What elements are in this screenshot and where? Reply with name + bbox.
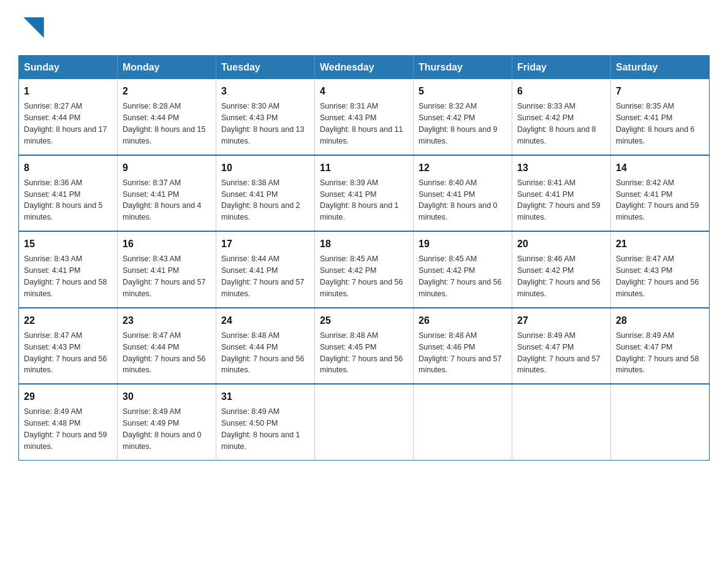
day-number: 24 — [221, 313, 309, 327]
day-info: Sunrise: 8:31 AMSunset: 4:43 PMDaylight:… — [320, 102, 403, 145]
day-info: Sunrise: 8:42 AMSunset: 4:41 PMDaylight:… — [616, 178, 699, 222]
day-info: Sunrise: 8:48 AMSunset: 4:46 PMDaylight:… — [419, 331, 502, 375]
calendar-cell: 23 Sunrise: 8:47 AMSunset: 4:44 PMDaylig… — [118, 308, 216, 385]
day-number: 5 — [419, 84, 507, 98]
day-number: 18 — [320, 237, 408, 251]
day-number: 1 — [24, 84, 112, 98]
week-row-4: 22 Sunrise: 8:47 AMSunset: 4:43 PMDaylig… — [19, 308, 710, 385]
logo — [18, 12, 53, 43]
day-info: Sunrise: 8:44 AMSunset: 4:41 PMDaylight:… — [221, 255, 305, 298]
calendar-cell: 17 Sunrise: 8:44 AMSunset: 4:41 PMDaylig… — [216, 231, 315, 308]
calendar-cell: 24 Sunrise: 8:48 AMSunset: 4:44 PMDaylig… — [216, 308, 315, 385]
day-info: Sunrise: 8:33 AMSunset: 4:42 PMDaylight:… — [517, 102, 596, 145]
day-number: 22 — [24, 313, 112, 327]
day-number: 10 — [221, 161, 309, 175]
calendar-cell: 14 Sunrise: 8:42 AMSunset: 4:41 PMDaylig… — [611, 155, 710, 232]
weekday-header-row: SundayMondayTuesdayWednesdayThursdayFrid… — [19, 56, 710, 80]
week-row-5: 29 Sunrise: 8:49 AMSunset: 4:48 PMDaylig… — [19, 384, 710, 460]
day-number: 27 — [517, 313, 605, 327]
calendar-cell: 10 Sunrise: 8:38 AMSunset: 4:41 PMDaylig… — [216, 155, 315, 232]
calendar-cell: 8 Sunrise: 8:36 AMSunset: 4:41 PMDayligh… — [19, 155, 118, 232]
day-number: 29 — [24, 389, 112, 404]
day-number: 26 — [419, 313, 507, 327]
calendar-cell: 13 Sunrise: 8:41 AMSunset: 4:41 PMDaylig… — [512, 155, 611, 232]
page-header — [18, 12, 710, 43]
day-info: Sunrise: 8:38 AMSunset: 4:41 PMDaylight:… — [221, 178, 300, 222]
day-info: Sunrise: 8:48 AMSunset: 4:45 PMDaylight:… — [320, 331, 403, 375]
day-info: Sunrise: 8:49 AMSunset: 4:48 PMDaylight:… — [24, 407, 107, 451]
calendar-cell — [611, 384, 710, 460]
calendar-cell: 9 Sunrise: 8:37 AMSunset: 4:41 PMDayligh… — [118, 155, 216, 232]
day-info: Sunrise: 8:49 AMSunset: 4:49 PMDaylight:… — [123, 407, 202, 451]
calendar-cell: 21 Sunrise: 8:47 AMSunset: 4:43 PMDaylig… — [611, 231, 710, 308]
weekday-header-monday: Monday — [118, 56, 216, 80]
calendar-cell: 11 Sunrise: 8:39 AMSunset: 4:41 PMDaylig… — [315, 155, 414, 232]
calendar-cell: 12 Sunrise: 8:40 AMSunset: 4:41 PMDaylig… — [414, 155, 512, 232]
day-number: 31 — [221, 389, 309, 404]
day-info: Sunrise: 8:37 AMSunset: 4:41 PMDaylight:… — [123, 178, 202, 222]
weekday-header-saturday: Saturday — [611, 56, 710, 80]
day-info: Sunrise: 8:27 AMSunset: 4:44 PMDaylight:… — [24, 102, 107, 145]
calendar-cell: 31 Sunrise: 8:49 AMSunset: 4:50 PMDaylig… — [216, 384, 315, 460]
day-info: Sunrise: 8:35 AMSunset: 4:41 PMDaylight:… — [616, 102, 695, 145]
calendar-cell — [414, 384, 512, 460]
calendar-cell: 27 Sunrise: 8:49 AMSunset: 4:47 PMDaylig… — [512, 308, 611, 385]
day-info: Sunrise: 8:43 AMSunset: 4:41 PMDaylight:… — [123, 255, 206, 298]
calendar-cell: 26 Sunrise: 8:48 AMSunset: 4:46 PMDaylig… — [414, 308, 512, 385]
day-number: 7 — [616, 84, 704, 98]
day-info: Sunrise: 8:40 AMSunset: 4:41 PMDaylight:… — [419, 178, 498, 222]
calendar-cell: 4 Sunrise: 8:31 AMSunset: 4:43 PMDayligh… — [315, 79, 414, 155]
day-info: Sunrise: 8:36 AMSunset: 4:41 PMDaylight:… — [24, 178, 103, 222]
day-number: 16 — [123, 237, 211, 251]
calendar-cell — [512, 384, 611, 460]
calendar-cell: 25 Sunrise: 8:48 AMSunset: 4:45 PMDaylig… — [315, 308, 414, 385]
day-info: Sunrise: 8:30 AMSunset: 4:43 PMDaylight:… — [221, 102, 305, 145]
day-info: Sunrise: 8:43 AMSunset: 4:41 PMDaylight:… — [24, 255, 107, 298]
day-number: 4 — [320, 84, 408, 98]
day-number: 8 — [24, 161, 112, 175]
weekday-header-wednesday: Wednesday — [315, 56, 414, 80]
day-info: Sunrise: 8:49 AMSunset: 4:47 PMDaylight:… — [517, 331, 601, 375]
calendar-cell: 2 Sunrise: 8:28 AMSunset: 4:44 PMDayligh… — [118, 79, 216, 155]
day-info: Sunrise: 8:28 AMSunset: 4:44 PMDaylight:… — [123, 102, 206, 145]
day-number: 28 — [616, 313, 704, 327]
day-number: 12 — [419, 161, 507, 175]
calendar-cell: 5 Sunrise: 8:32 AMSunset: 4:42 PMDayligh… — [414, 79, 512, 155]
week-row-3: 15 Sunrise: 8:43 AMSunset: 4:41 PMDaylig… — [19, 231, 710, 308]
day-info: Sunrise: 8:47 AMSunset: 4:43 PMDaylight:… — [24, 331, 107, 375]
day-info: Sunrise: 8:45 AMSunset: 4:42 PMDaylight:… — [320, 255, 403, 298]
day-info: Sunrise: 8:41 AMSunset: 4:41 PMDaylight:… — [517, 178, 601, 222]
day-info: Sunrise: 8:47 AMSunset: 4:43 PMDaylight:… — [616, 255, 699, 298]
calendar-table: SundayMondayTuesdayWednesdayThursdayFrid… — [18, 55, 710, 461]
day-info: Sunrise: 8:46 AMSunset: 4:42 PMDaylight:… — [517, 255, 601, 298]
day-info: Sunrise: 8:32 AMSunset: 4:42 PMDaylight:… — [419, 102, 498, 145]
day-number: 21 — [616, 237, 704, 251]
calendar-cell — [315, 384, 414, 460]
day-number: 9 — [123, 161, 211, 175]
calendar-cell: 20 Sunrise: 8:46 AMSunset: 4:42 PMDaylig… — [512, 231, 611, 308]
day-info: Sunrise: 8:49 AMSunset: 4:50 PMDaylight:… — [221, 407, 300, 451]
calendar-cell: 15 Sunrise: 8:43 AMSunset: 4:41 PMDaylig… — [19, 231, 118, 308]
day-number: 17 — [221, 237, 309, 251]
calendar-cell: 19 Sunrise: 8:45 AMSunset: 4:42 PMDaylig… — [414, 231, 512, 308]
day-number: 25 — [320, 313, 408, 327]
day-info: Sunrise: 8:39 AMSunset: 4:41 PMDaylight:… — [320, 178, 399, 222]
week-row-1: 1 Sunrise: 8:27 AMSunset: 4:44 PMDayligh… — [19, 79, 710, 155]
calendar-cell: 16 Sunrise: 8:43 AMSunset: 4:41 PMDaylig… — [118, 231, 216, 308]
weekday-header-friday: Friday — [512, 56, 611, 80]
day-info: Sunrise: 8:49 AMSunset: 4:47 PMDaylight:… — [616, 331, 699, 375]
day-number: 23 — [123, 313, 211, 327]
day-number: 19 — [419, 237, 507, 251]
calendar-cell: 7 Sunrise: 8:35 AMSunset: 4:41 PMDayligh… — [611, 79, 710, 155]
weekday-header-thursday: Thursday — [414, 56, 512, 80]
calendar-cell: 6 Sunrise: 8:33 AMSunset: 4:42 PMDayligh… — [512, 79, 611, 155]
weekday-header-tuesday: Tuesday — [216, 56, 315, 80]
day-number: 30 — [123, 389, 211, 404]
day-number: 6 — [517, 84, 605, 98]
calendar-cell: 22 Sunrise: 8:47 AMSunset: 4:43 PMDaylig… — [19, 308, 118, 385]
day-number: 11 — [320, 161, 408, 175]
day-number: 2 — [123, 84, 211, 98]
calendar-cell: 30 Sunrise: 8:49 AMSunset: 4:49 PMDaylig… — [118, 384, 216, 460]
day-number: 14 — [616, 161, 704, 175]
weekday-header-sunday: Sunday — [19, 56, 118, 80]
